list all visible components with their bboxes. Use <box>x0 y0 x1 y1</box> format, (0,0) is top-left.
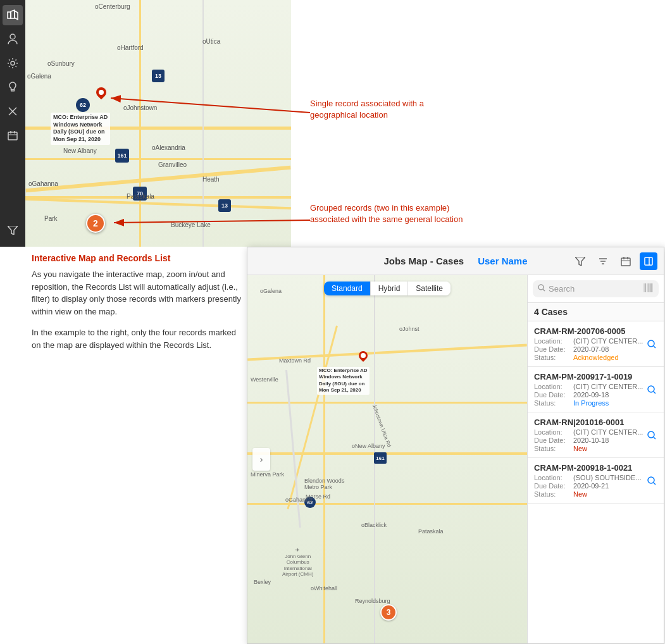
search-input-wrap[interactable]: Search <box>533 280 659 297</box>
record-search-icon-3[interactable] <box>645 428 659 442</box>
app-label-john: oJohnst <box>399 326 420 332</box>
label-newalb: New Albany <box>63 147 97 154</box>
left-text-para2: In the example to the right, only the fo… <box>32 326 247 351</box>
us-shield-161: 161 <box>115 149 129 163</box>
sort-header-icon[interactable] <box>594 252 612 270</box>
app-map[interactable]: 161 62 oGalena Westerville Maxtown Rd Mi… <box>247 275 527 643</box>
svg-marker-1 <box>11 10 15 18</box>
svg-line-38 <box>654 392 656 393</box>
sidebar-icon-lightbulb[interactable] <box>3 77 23 97</box>
svg-rect-8 <box>8 132 17 140</box>
label-heath: Heath <box>202 176 220 183</box>
svg-point-41 <box>648 477 654 483</box>
record-search-icon-4[interactable] <box>645 474 659 488</box>
label-utica: oUtica <box>202 38 220 45</box>
record-duedate-2: Due Date: 2020-09-18 <box>534 391 657 399</box>
record-location-4: Location: (SOU) SOUTHSIDE... <box>534 474 657 481</box>
record-location-3: Location: (CIT) CITY CENTER... <box>534 428 657 436</box>
app-label-newalb: oNew Albany <box>352 443 385 449</box>
sidebar-icon-calendar[interactable] <box>3 125 23 146</box>
svg-line-42 <box>654 483 656 485</box>
record-search-icon-1[interactable] <box>645 337 659 351</box>
app-username[interactable]: User Name <box>478 256 527 266</box>
label-sunbury: oSunbury <box>47 60 75 67</box>
label-hartford: oHartford <box>117 44 144 51</box>
label-centerburg: oCenterburg <box>95 3 130 10</box>
svg-line-40 <box>654 437 656 439</box>
app-right-panel: Search 4 Cases <box>527 275 664 643</box>
app-single-marker[interactable] <box>358 351 370 365</box>
left-text-para1: As you navigate the interactive map, zoo… <box>32 268 247 318</box>
svg-point-4 <box>11 61 15 65</box>
svg-point-35 <box>648 340 654 347</box>
map-type-buttons: Standard Hybrid Satellite <box>324 282 451 295</box>
svg-point-26 <box>538 285 544 290</box>
label-alex: oAlexandria <box>152 144 185 151</box>
app-label-blendon: Blendon WoodsMetro Park <box>304 478 344 490</box>
search-icon <box>538 284 545 294</box>
svg-line-27 <box>543 289 545 291</box>
label-galena: oGalena <box>27 73 51 80</box>
record-duedate-3: Due Date: 2020-10-18 <box>534 437 657 444</box>
app-cluster-marker[interactable]: 3 <box>380 604 397 621</box>
map-type-satellite[interactable]: Satellite <box>408 282 451 295</box>
app-label-bexley: Bexley <box>254 579 271 585</box>
label-gran: Granvilleo <box>158 161 187 168</box>
app-label-wester: Westerville <box>251 376 278 383</box>
us-shield-62: 62 <box>76 98 90 112</box>
svg-marker-12 <box>8 226 18 235</box>
cases-count: 4 Cases <box>528 303 664 321</box>
app-header: Jobs Map - Cases User Name <box>247 247 664 275</box>
status-badge-2: In Progress <box>573 399 609 407</box>
interstate-shield-13: 13 <box>152 70 165 82</box>
svg-marker-16 <box>575 257 585 266</box>
map-collapse-button[interactable]: › <box>252 448 270 471</box>
label-gah: oGahanna <box>28 180 58 187</box>
record-status-4: Status: New <box>534 490 657 498</box>
single-map-marker[interactable] <box>95 87 108 104</box>
record-search-icon-2[interactable] <box>645 383 659 397</box>
calendar-header-icon[interactable] <box>617 252 635 270</box>
app-label-patas: Pataskala <box>418 528 444 535</box>
left-text-heading: Interactive Map and Records List <box>32 253 247 263</box>
record-duedate-1: Due Date: 2020-07-08 <box>534 345 657 353</box>
sidebar-icon-tools[interactable] <box>3 101 23 121</box>
annotation-grouped-records: Grouped records (two in this example)ass… <box>310 202 463 225</box>
label-bucket: Buckeye Lake <box>171 221 211 228</box>
record-id-4: CRAM-PM-200918-1-0021 <box>534 463 657 473</box>
app-title: Jobs Map - Cases <box>383 256 464 266</box>
record-id-1: CRAM-RM-200706-0005 <box>534 326 657 336</box>
record-status-1: Status: Acknowledged <box>534 354 657 361</box>
record-item-4[interactable]: CRAM-PM-200918-1-0021 Location: (SOU) SO… <box>528 458 664 504</box>
us-shield-13b: 13 <box>218 199 231 212</box>
filter-header-icon[interactable] <box>571 252 589 270</box>
sidebar-icon-person[interactable] <box>3 29 23 49</box>
map-type-standard[interactable]: Standard <box>324 282 371 295</box>
panel-toggle-icon[interactable] <box>640 252 657 270</box>
sidebar <box>0 0 25 247</box>
status-badge-3: New <box>573 445 587 452</box>
label-pata: Pataskala <box>127 193 154 200</box>
status-badge-1: Acknowledged <box>573 354 619 361</box>
search-box: Search <box>528 275 664 303</box>
record-item-2[interactable]: CRAM-PM-200917-1-0019 Location: (CIT) CI… <box>528 367 664 412</box>
app-mco-label: MCO: Enterprise ADWindows NetworkDaily (… <box>317 367 370 395</box>
status-badge-4: New <box>573 490 587 498</box>
search-placeholder[interactable]: Search <box>549 284 640 294</box>
map-type-hybrid[interactable]: Hybrid <box>371 282 409 295</box>
record-item-3[interactable]: CRAM-RN|201016-0001 Location: (CIT) CITY… <box>528 412 664 458</box>
mobile-app: Jobs Map - Cases User Name <box>247 247 664 644</box>
sidebar-icon-filter[interactable] <box>3 220 23 240</box>
cluster-marker[interactable]: 2 <box>86 214 105 233</box>
svg-point-39 <box>648 431 654 438</box>
record-item-1[interactable]: CRAM-RM-200706-0005 Location: (CIT) CITY… <box>528 321 664 367</box>
left-text-block: Interactive Map and Records List As you … <box>32 253 247 360</box>
app-label-blacklick: oBlacklick <box>361 522 387 528</box>
annotation-single-record: Single record associated with ageographi… <box>310 98 424 121</box>
barcode-icon[interactable] <box>643 283 654 294</box>
sidebar-icon-map[interactable] <box>3 5 23 25</box>
sidebar-icon-settings[interactable] <box>3 53 23 73</box>
svg-rect-5 <box>11 90 15 91</box>
app-header-icons <box>571 252 657 270</box>
app-label-galena: oGalena <box>260 288 282 294</box>
